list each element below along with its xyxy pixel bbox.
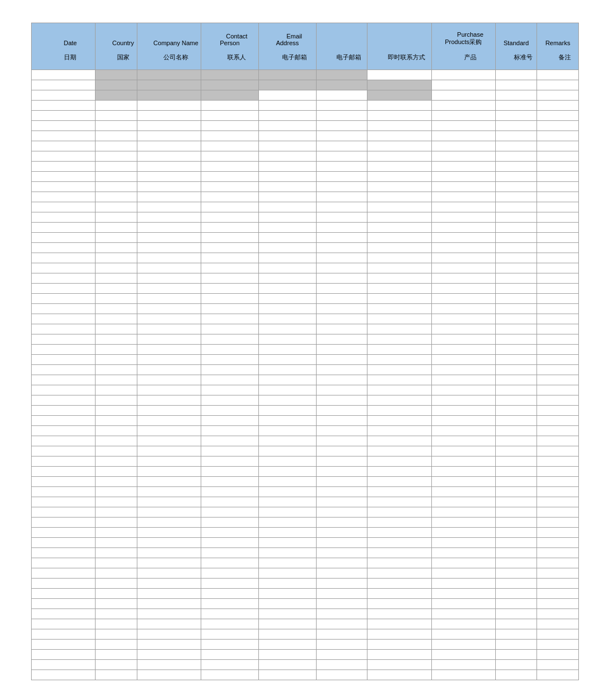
cell[interactable] [32,70,96,80]
cell[interactable] [367,314,431,324]
cell[interactable] [258,579,316,589]
cell[interactable] [258,233,316,243]
cell[interactable] [495,172,537,182]
cell[interactable] [431,243,495,253]
cell[interactable] [316,243,367,253]
cell[interactable] [137,579,201,589]
cell[interactable] [316,223,367,233]
cell[interactable] [537,446,579,456]
cell[interactable] [137,263,201,273]
cell[interactable] [137,467,201,477]
cell[interactable] [137,355,201,365]
cell[interactable] [137,202,201,212]
cell[interactable] [96,334,137,345]
cell[interactable] [137,284,201,294]
cell[interactable] [201,406,258,416]
cell[interactable] [32,314,96,324]
cell[interactable] [96,80,137,90]
cell[interactable] [258,609,316,619]
cell[interactable] [32,660,96,670]
cell[interactable] [137,477,201,487]
cell[interactable] [367,162,431,172]
cell[interactable] [201,101,258,111]
cell[interactable] [431,141,495,151]
cell[interactable] [258,446,316,456]
cell[interactable] [201,507,258,518]
cell[interactable] [495,436,537,446]
cell[interactable] [367,568,431,579]
cell[interactable] [431,294,495,304]
cell[interactable] [367,528,431,538]
cell[interactable] [367,426,431,436]
cell[interactable] [537,355,579,365]
cell[interactable] [431,192,495,202]
cell[interactable] [431,385,495,395]
cell[interactable] [495,192,537,202]
cell[interactable] [431,334,495,345]
cell[interactable] [495,151,537,162]
cell[interactable] [431,365,495,375]
cell[interactable] [137,609,201,619]
cell[interactable] [316,477,367,487]
cell[interactable] [96,365,137,375]
cell[interactable] [367,324,431,334]
cell[interactable] [537,528,579,538]
cell[interactable] [367,80,431,90]
cell[interactable] [201,111,258,121]
cell[interactable] [495,80,537,90]
cell[interactable] [316,426,367,436]
cell[interactable] [201,497,258,507]
cell[interactable] [537,202,579,212]
cell[interactable] [495,273,537,284]
cell[interactable] [201,90,258,101]
cell[interactable] [137,233,201,243]
cell[interactable] [316,395,367,406]
cell[interactable] [32,182,96,192]
cell[interactable] [367,477,431,487]
cell[interactable] [258,284,316,294]
cell[interactable] [537,141,579,151]
cell[interactable] [495,599,537,609]
cell[interactable] [431,629,495,640]
cell[interactable] [32,589,96,599]
cell[interactable] [96,314,137,324]
cell[interactable] [316,670,367,680]
cell[interactable] [201,263,258,273]
cell[interactable] [367,202,431,212]
cell[interactable] [431,456,495,467]
cell[interactable] [537,640,579,650]
cell[interactable] [32,334,96,345]
cell[interactable] [367,375,431,385]
cell[interactable] [32,406,96,416]
cell[interactable] [201,619,258,629]
cell[interactable] [96,233,137,243]
cell[interactable] [201,345,258,355]
cell[interactable] [316,507,367,518]
cell[interactable] [258,375,316,385]
cell[interactable] [258,660,316,670]
cell[interactable] [96,324,137,334]
cell[interactable] [537,273,579,284]
cell[interactable] [537,426,579,436]
cell[interactable] [537,294,579,304]
cell[interactable] [96,375,137,385]
cell[interactable] [258,467,316,477]
cell[interactable] [316,182,367,192]
cell[interactable] [367,131,431,141]
cell[interactable] [201,518,258,528]
cell[interactable] [537,182,579,192]
cell[interactable] [316,640,367,650]
cell[interactable] [137,273,201,284]
cell[interactable] [258,273,316,284]
cell[interactable] [96,345,137,355]
cell[interactable] [32,507,96,518]
cell[interactable] [537,467,579,477]
cell[interactable] [316,579,367,589]
cell[interactable] [316,436,367,446]
cell[interactable] [316,121,367,131]
cell[interactable] [258,304,316,314]
cell[interactable] [201,273,258,284]
cell[interactable] [201,538,258,548]
cell[interactable] [258,436,316,446]
cell[interactable] [258,395,316,406]
